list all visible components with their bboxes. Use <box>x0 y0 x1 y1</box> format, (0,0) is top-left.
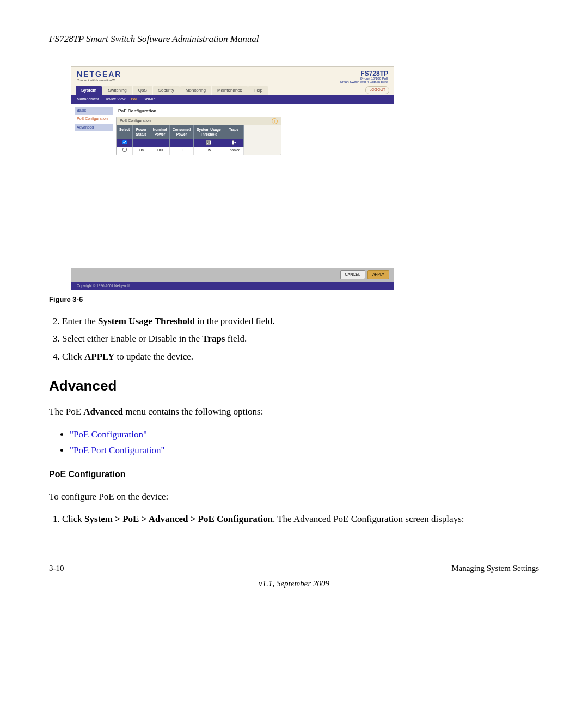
row-nominal-power: 180 <box>150 147 170 154</box>
tab-security[interactable]: Security <box>153 86 180 95</box>
link-poe-configuration[interactable]: "PoE Configuration" <box>70 429 147 440</box>
netgear-tagline: Connect with Innovation™ <box>77 78 121 83</box>
step-4: Click APPLY to update the device. <box>62 350 539 364</box>
poe-config-intro: To configure PoE on the device: <box>49 490 539 504</box>
col-consumed-power: Consumed Power <box>170 125 194 139</box>
row-threshold: 95 <box>194 147 224 154</box>
col-system-usage-threshold: System Usage Threshold <box>194 125 224 139</box>
sidebar-advanced[interactable]: Advanced <box>75 124 113 131</box>
tab-switching[interactable]: Switching <box>102 86 132 95</box>
tab-monitoring[interactable]: Monitoring <box>180 86 211 95</box>
running-header: FS728TP Smart Switch Software Administra… <box>49 33 539 50</box>
col-nominal-power: Nominal Power <box>150 125 170 139</box>
version-footer: v1.1, September 2009 <box>49 578 539 590</box>
col-power-status: Power Status <box>133 125 150 139</box>
tab-help[interactable]: Help <box>248 86 268 95</box>
panel-head-label: PoE Configuration <box>120 118 151 124</box>
info-icon[interactable]: i <box>272 118 278 124</box>
select-all-checkbox[interactable] <box>117 139 133 147</box>
cancel-button[interactable]: CANCEL <box>340 270 365 279</box>
threshold-input[interactable]: % <box>206 140 212 145</box>
col-select: Select <box>117 125 133 139</box>
heading-poe-configuration: PoE Configuration <box>49 468 539 480</box>
apply-button[interactable]: APPLY <box>367 270 389 279</box>
subtab-device-view[interactable]: Device View <box>105 97 125 101</box>
tab-maintenance[interactable]: Maintenance <box>212 86 248 95</box>
tab-qos[interactable]: QoS <box>133 86 152 95</box>
sidebar-basic[interactable]: Basic <box>75 107 113 114</box>
subtab-snmp[interactable]: SNMP <box>144 97 155 101</box>
netgear-logo: NETGEAR <box>77 70 121 78</box>
section-title-footer: Managing System Settings <box>451 563 539 575</box>
heading-advanced: Advanced <box>49 376 539 397</box>
poe-config-screenshot: NETGEAR Connect with Innovation™ FS728TP… <box>71 66 394 290</box>
row-select-checkbox[interactable] <box>117 147 133 154</box>
step-3: Select either Enable or Disable in the T… <box>62 332 539 346</box>
step-1: Click System > PoE > Advanced > PoE Conf… <box>62 513 539 526</box>
traps-select[interactable] <box>232 140 234 145</box>
link-poe-port-configuration[interactable]: "PoE Port Configuration" <box>70 445 164 455</box>
tab-system[interactable]: System <box>76 86 102 95</box>
sidebar-poe-config[interactable]: PoE Configuration <box>75 115 113 123</box>
row-consumed-power: 0 <box>170 147 194 154</box>
subtab-poe[interactable]: PoE <box>131 97 138 101</box>
subtab-bar: Management Device View PoE SNMP <box>71 95 394 104</box>
panel-title: PoE Configuration <box>116 107 390 117</box>
advanced-intro: The PoE Advanced menu contains the follo… <box>49 405 539 419</box>
page-number: 3-10 <box>49 563 64 575</box>
copyright-footer: Copyright © 1996-2007 Netgear® <box>71 282 394 290</box>
subtab-management[interactable]: Management <box>77 97 99 101</box>
model-label: FS728TP 24-port 10/100 PoE Smart Switch … <box>340 70 388 83</box>
col-traps: Traps <box>224 125 244 139</box>
row-power-status: On <box>133 147 150 154</box>
figure-caption: Figure 3-6 <box>49 295 539 305</box>
logout-button[interactable]: LOGOUT <box>365 86 389 94</box>
step-2: Enter the System Usage Threshold in the … <box>62 315 539 328</box>
row-traps: Enabled <box>224 147 244 154</box>
